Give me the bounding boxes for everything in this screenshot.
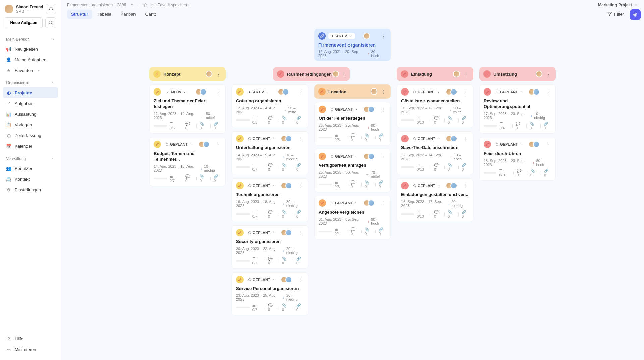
nav-item-benutzer[interactable]: 👥Benutzer [3,163,58,174]
status-dropdown[interactable]: AKTIV [163,89,189,95]
assignees[interactable] [283,182,292,189]
status-dropdown[interactable]: GEPLANT [411,89,443,95]
new-task-button[interactable]: Neue Aufgabe [5,17,43,28]
nav-item-hilfe[interactable]: ?Hilfe [3,333,58,344]
task-card[interactable]: GEPLANT ⋮ Angebote vergleichen 31. Aug. … [314,196,391,239]
tab-tabelle[interactable]: Tabelle [94,10,115,19]
edit-icon[interactable] [483,70,491,78]
more-menu[interactable]: ⋮ [380,88,387,95]
nav-item-minimieren[interactable]: ↤Minimieren [3,344,58,355]
more-menu[interactable]: ⋮ [380,33,387,39]
task-card[interactable]: GEPLANT ⋮ Unterhaltung organisieren 14. … [232,131,308,175]
edit-icon[interactable] [319,199,326,207]
more-menu[interactable]: ⋮ [297,88,304,95]
edit-icon[interactable] [319,153,326,160]
status-dropdown[interactable]: GEPLANT [493,141,525,147]
task-card[interactable]: GEPLANT ⋮ Security organisieren 20. Aug.… [232,225,308,269]
status-dropdown[interactable]: GEPLANT [246,230,278,236]
nav-section-header[interactable]: Organisieren [3,78,58,87]
task-card[interactable]: GEPLANT ⋮ Gästeliste zusammenstellen 10.… [397,84,473,128]
status-dropdown[interactable]: GEPLANT [246,136,278,142]
more-menu[interactable]: ⋮ [215,141,221,148]
more-menu[interactable]: ⋮ [545,141,551,148]
more-menu[interactable]: ⋮ [297,276,304,283]
root-node[interactable]: AKTIV ⋮ Firmenevent organisieren 12. Aug… [314,29,391,61]
assignees[interactable] [373,88,377,95]
assignees[interactable] [365,106,375,113]
assignees[interactable] [530,88,540,95]
edit-icon[interactable] [154,141,161,148]
edit-icon[interactable] [236,88,244,96]
task-card[interactable]: AKTIV ⋮ Ziel und Thema der Feier festleg… [149,84,226,134]
more-menu[interactable]: ⋮ [215,71,222,77]
edit-icon[interactable] [401,182,409,189]
edit-icon[interactable] [236,182,244,189]
assignees[interactable] [283,229,292,236]
edit-icon[interactable] [318,32,326,40]
task-card[interactable]: GEPLANT ⋮ Ort der Feier festlegen 25. Au… [314,102,391,145]
tab-struktur[interactable]: Struktur [67,10,92,19]
edit-icon[interactable] [153,70,161,78]
nav-item-auslastung[interactable]: 📊Auslastung [3,109,58,119]
more-menu[interactable]: ⋮ [463,71,469,77]
more-menu[interactable]: ⋮ [545,88,551,95]
more-menu[interactable]: ⋮ [297,182,304,189]
assignees[interactable] [448,135,457,142]
task-card[interactable]: GEPLANT ⋮ Save-The-Date anschreiben 12. … [397,131,473,175]
user-profile[interactable]: Simon Freund SMB [0,4,61,17]
more-menu[interactable]: ⋮ [462,135,469,142]
assignees[interactable] [283,135,292,142]
more-menu[interactable]: ⋮ [297,135,304,142]
status-dropdown[interactable]: AKTIV [246,89,271,95]
nav-item-kontakt[interactable]: 📇Kontakt [3,174,58,184]
nav-item-aufgaben[interactable]: ✓Aufgaben [3,98,58,109]
nav-item-projekte[interactable]: ◐Projekte [3,87,58,98]
assignees[interactable] [197,88,207,95]
search-button[interactable] [45,17,56,28]
nav-section-header[interactable]: Mein Bereich [3,35,58,44]
nav-section-header[interactable]: Verwaltung [3,154,58,163]
status-dropdown[interactable]: GEPLANT [246,183,278,189]
assignees[interactable] [200,141,210,148]
status-dropdown[interactable]: GEPLANT [493,89,525,95]
pin-icon[interactable] [130,3,134,7]
assignees[interactable] [280,88,289,95]
edit-icon[interactable] [484,141,491,148]
column-header[interactable]: Einladung ⋮ [397,67,473,81]
assignees[interactable] [530,141,540,148]
edit-icon[interactable] [484,88,491,96]
status-dropdown[interactable]: GEPLANT [411,183,443,189]
assignees[interactable] [365,33,370,39]
nav-item-vorlagen[interactable]: 📋Vorlagen [3,119,58,130]
nav-item-meine-aufgaben[interactable]: 👤Meine Aufgaben [3,54,58,65]
task-card[interactable]: GEPLANT ⋮ Verfügbarkeit anfragen 25. Aug… [314,149,391,192]
assignees[interactable] [448,88,457,95]
status-dropdown[interactable]: GEPLANT [328,153,360,159]
more-menu[interactable]: ⋮ [545,71,552,77]
edit-icon[interactable] [401,88,409,96]
edit-icon[interactable] [236,276,244,283]
project-selector[interactable]: Marketing Projekt [598,3,638,7]
edit-icon[interactable] [236,135,244,142]
edit-icon[interactable] [236,229,244,236]
column-header[interactable]: Konzept ⋮ [149,67,226,81]
more-menu[interactable]: ⋮ [215,88,221,95]
status-dropdown[interactable]: GEPLANT [328,200,360,206]
edit-icon[interactable] [319,106,326,113]
filter-button[interactable]: Filter [607,12,624,17]
floating-action-button[interactable] [630,9,641,20]
more-menu[interactable]: ⋮ [342,71,346,77]
assignees[interactable] [455,71,460,77]
more-menu[interactable]: ⋮ [297,229,304,236]
task-card[interactable]: GEPLANT ⋮ Budget, Termin und Teilnehmer.… [149,137,226,186]
assignees[interactable] [365,200,375,206]
more-menu[interactable]: ⋮ [380,200,386,206]
edit-icon[interactable] [277,70,284,78]
assignees[interactable] [538,71,542,77]
nav-item-zeiterfassung[interactable]: ◷Zeiterfassung [3,130,58,141]
edit-icon[interactable] [154,88,161,96]
task-card[interactable]: GEPLANT ⋮ Technik organisieren 16. Aug. … [232,178,308,222]
task-card[interactable]: AKTIV ⋮ Catering organisieren 12. Aug. 2… [232,84,308,128]
nav-item-neuigkeiten[interactable]: 📢Neuigkeiten [3,44,58,54]
assignees[interactable] [365,153,375,160]
